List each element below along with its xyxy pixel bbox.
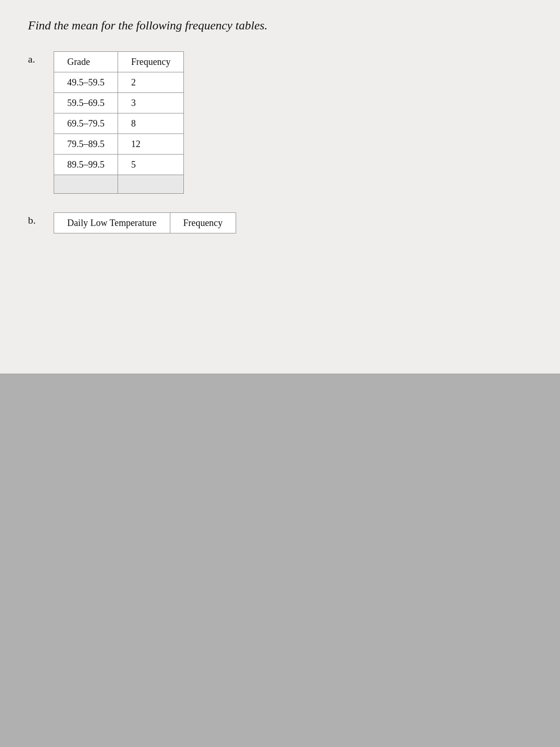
- table-a: Grade Frequency 49.5–59.5 2 59.5–69.5 3: [54, 51, 184, 194]
- table-row: 59.5–69.5 3: [54, 93, 184, 113]
- table-cell-freq: 12: [118, 134, 184, 155]
- table-row: 89.5–99.5 5: [54, 155, 184, 175]
- table-row: 69.5–79.5 8: [54, 113, 184, 134]
- table-b: Daily Low Temperature Frequency: [54, 212, 236, 233]
- table-row-empty: [54, 175, 184, 194]
- problem-b: b. Daily Low Temperature Frequency: [28, 212, 532, 233]
- table-a-col-grade: Grade: [54, 52, 118, 72]
- table-b-col-frequency: Frequency: [170, 213, 236, 233]
- table-cell-freq: 8: [118, 113, 184, 134]
- main-instruction: Find the mean for the following frequenc…: [28, 19, 532, 33]
- table-cell-grade: 69.5–79.5: [54, 113, 118, 134]
- content-area: Find the mean for the following frequenc…: [28, 19, 532, 233]
- screen: Find the mean for the following frequenc…: [0, 0, 560, 383]
- table-cell-freq: 3: [118, 93, 184, 113]
- table-cell-grade: 59.5–69.5: [54, 93, 118, 113]
- problems-container: a. Grade Frequency 49.5–59.5 2: [28, 51, 532, 233]
- table-row: 79.5–89.5 12: [54, 134, 184, 155]
- table-cell-grade: 79.5–89.5: [54, 134, 118, 155]
- problem-a-label: a.: [28, 51, 44, 65]
- table-b-col-temp: Daily Low Temperature: [54, 213, 170, 233]
- problem-a: a. Grade Frequency 49.5–59.5 2: [28, 51, 532, 194]
- table-cell-freq: 2: [118, 72, 184, 93]
- problem-b-label: b.: [28, 212, 44, 226]
- table-cell-empty: [54, 175, 118, 194]
- table-cell-grade: 89.5–99.5: [54, 155, 118, 175]
- table-cell-grade: 49.5–59.5: [54, 72, 118, 93]
- table-cell-freq: 5: [118, 155, 184, 175]
- laptop-body: C ☐ ⬛▮▮ ✦ ✦ ◄ ►: [0, 374, 560, 747]
- table-row: 49.5–59.5 2: [54, 72, 184, 93]
- table-a-col-frequency: Frequency: [118, 52, 184, 72]
- table-cell-empty: [118, 175, 184, 194]
